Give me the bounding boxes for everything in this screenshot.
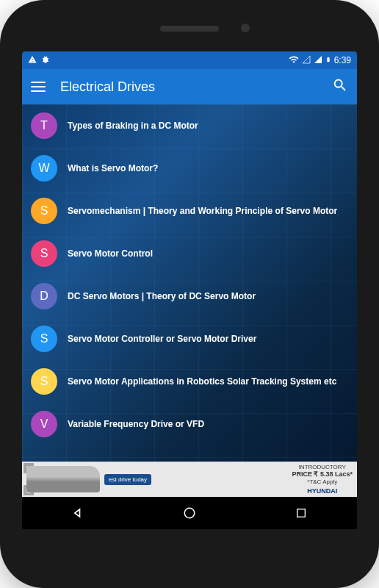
svg-rect-1 xyxy=(297,509,306,517)
signal-icon xyxy=(302,55,311,66)
warning-icon xyxy=(28,55,37,66)
ad-car-image xyxy=(26,466,100,492)
nav-bar xyxy=(22,497,357,529)
ad-tc: *T&C Apply xyxy=(292,478,353,486)
list-item[interactable]: SServo Motor Control xyxy=(22,232,357,275)
content-area[interactable]: TTypes of Braking in a DC MotorWWhat is … xyxy=(22,104,357,462)
ad-price: PRICE ₹ 5.38 Lacs* xyxy=(292,470,353,478)
screen: 6:39 Electrical Drives TTypes of Braking… xyxy=(22,51,357,529)
status-bar: 6:39 xyxy=(22,51,357,69)
item-title: Types of Braking in a DC Motor xyxy=(68,120,198,132)
item-title: Servomechanism | Theory and Working Prin… xyxy=(68,205,337,218)
avatar: V xyxy=(31,411,57,437)
avatar: S xyxy=(31,368,57,395)
recents-button[interactable] xyxy=(292,504,310,522)
phone-speaker xyxy=(160,26,219,32)
svg-point-0 xyxy=(184,508,195,518)
item-title: Servo Motor Control xyxy=(68,248,153,260)
avatar: D xyxy=(31,283,57,309)
app-title: Electrical Drives xyxy=(60,79,332,95)
item-title: What is Servo Motor? xyxy=(68,162,158,175)
list-item[interactable]: WWhat is Servo Motor? xyxy=(22,147,357,190)
back-button[interactable] xyxy=(69,504,87,522)
bug-icon xyxy=(41,55,50,66)
list-item[interactable]: SServo Motor Applications in Robotics So… xyxy=(22,360,357,403)
avatar: S xyxy=(31,326,57,352)
item-title: Variable Frequency Drive or VFD xyxy=(68,418,204,431)
menu-icon[interactable] xyxy=(31,82,46,92)
avatar: S xyxy=(31,240,57,267)
ad-drive-button[interactable]: est drive today xyxy=(104,474,151,485)
item-title: Servo Motor Applications in Robotics Sol… xyxy=(68,376,336,388)
item-title: DC Servo Motors | Theory of DC Servo Mot… xyxy=(68,290,256,303)
ad-brand: HYUNDAI xyxy=(292,487,353,495)
list-item[interactable]: TTypes of Braking in a DC Motor xyxy=(22,104,357,147)
app-bar: Electrical Drives xyxy=(22,69,357,104)
phone-camera xyxy=(241,24,250,32)
ad-intro: INTRODUCTORY xyxy=(292,464,353,471)
ad-banner[interactable]: ✕ ⓘ est drive today INTRODUCTORY PRICE ₹… xyxy=(22,462,357,497)
search-icon[interactable] xyxy=(332,77,348,96)
item-title: Servo Motor Controller or Servo Motor Dr… xyxy=(68,333,256,345)
signal-icon-2 xyxy=(314,55,322,66)
ad-text: INTRODUCTORY PRICE ₹ 5.38 Lacs* *T&C App… xyxy=(292,464,353,495)
wifi-icon xyxy=(289,54,299,67)
list-item[interactable]: SServo Motor Controller or Servo Motor D… xyxy=(22,318,357,360)
list-item[interactable]: SServomechanism | Theory and Working Pri… xyxy=(22,190,357,232)
status-time: 6:39 xyxy=(334,55,351,65)
home-button[interactable] xyxy=(181,504,198,522)
avatar: T xyxy=(31,112,57,139)
phone-frame: 6:39 Electrical Drives TTypes of Braking… xyxy=(0,0,379,588)
avatar: W xyxy=(31,155,57,182)
topic-list: TTypes of Braking in a DC MotorWWhat is … xyxy=(22,104,357,445)
list-item[interactable]: VVariable Frequency Drive or VFD xyxy=(22,403,357,445)
avatar: S xyxy=(31,198,57,224)
list-item[interactable]: DDC Servo Motors | Theory of DC Servo Mo… xyxy=(22,275,357,318)
battery-icon xyxy=(325,55,331,66)
